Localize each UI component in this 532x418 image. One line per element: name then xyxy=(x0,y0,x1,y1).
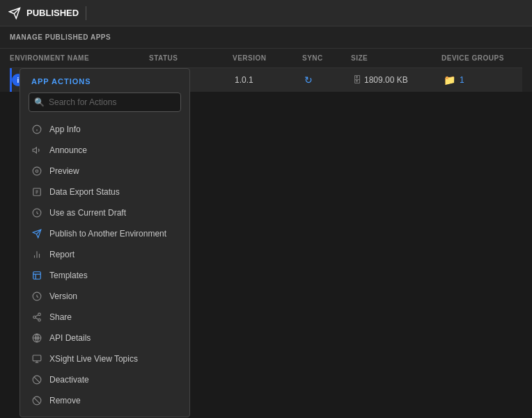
menu-item-xsight[interactable]: XSight Live View Topics xyxy=(20,348,189,369)
cell-size: 🗄 1809.00 KB xyxy=(353,75,444,85)
preview-icon xyxy=(31,166,42,177)
deactivate-icon xyxy=(31,374,42,385)
page-header: MANAGE PUBLISHED APPS xyxy=(0,26,532,49)
menu-label-version: Version xyxy=(49,291,77,301)
dropdown-title: APP ACTIONS xyxy=(20,77,189,93)
menu-label-announce: Announce xyxy=(49,145,87,155)
announce-icon xyxy=(31,145,42,156)
col-size: SIZE xyxy=(351,54,441,62)
page-title: MANAGE PUBLISHED APPS xyxy=(10,33,522,41)
svg-line-32 xyxy=(34,398,40,403)
table-header: ENVIRONMENT NAME STATUS VERSION SYNC SIZ… xyxy=(10,49,522,68)
search-box: 🔍 xyxy=(29,93,181,112)
col-env-name: ENVIRONMENT NAME xyxy=(10,54,149,62)
menu-label-xsight: XSight Live View Topics xyxy=(49,354,138,364)
app-logo: PUBLISHED xyxy=(8,7,79,19)
menu-label-report: Report xyxy=(49,250,75,259)
app-info-icon xyxy=(31,124,42,135)
menu-item-deactivate[interactable]: Deactivate xyxy=(20,369,189,390)
svg-point-7 xyxy=(36,170,38,172)
menu-item-preview[interactable]: Preview xyxy=(20,161,189,182)
publish-icon xyxy=(31,228,42,239)
version-label: 1.0.1 xyxy=(235,75,253,85)
menu-item-data-export[interactable]: Data Export Status xyxy=(20,182,189,202)
svg-line-30 xyxy=(34,377,40,383)
menu-item-share[interactable]: Share xyxy=(20,307,189,328)
menu-item-api[interactable]: API Details xyxy=(20,328,189,348)
menu-item-publish[interactable]: Publish to Another Environment xyxy=(20,223,189,244)
share-icon xyxy=(31,312,42,323)
menu-label-remove: Remove xyxy=(49,396,81,405)
menu-label-share: Share xyxy=(49,312,72,322)
table-row-wrapper: i Production ✓ Active 1.0.1 ↻ 🗄 1809.00 … xyxy=(10,68,522,92)
topbar: PUBLISHED xyxy=(0,0,532,26)
menu-label-data-export: Data Export Status xyxy=(49,187,120,197)
svg-point-21 xyxy=(38,319,41,321)
menu-item-report[interactable]: Report xyxy=(20,244,189,265)
menu-item-templates[interactable]: Templates xyxy=(20,265,189,286)
col-device-groups: DEVICE GROUPS xyxy=(441,54,532,62)
folder-icon: 📁 xyxy=(444,74,455,86)
svg-point-20 xyxy=(33,316,36,319)
svg-marker-5 xyxy=(33,147,36,153)
device-groups-count[interactable]: 1 xyxy=(460,75,464,85)
version-icon xyxy=(31,291,42,302)
svg-point-6 xyxy=(33,167,41,175)
cell-version: 1.0.1 xyxy=(235,75,304,85)
col-version: VERSION xyxy=(233,54,302,62)
menu-label-draft: Use as Current Draft xyxy=(49,208,126,218)
menu-item-version[interactable]: Version xyxy=(20,286,189,307)
data-export-icon xyxy=(31,186,42,198)
cell-sync: ↻ xyxy=(304,74,353,86)
app-actions-dropdown: APP ACTIONS 🔍 App Info Announce xyxy=(19,68,190,417)
menu-label-publish: Publish to Another Environment xyxy=(49,229,166,239)
api-icon xyxy=(31,332,42,344)
templates-icon xyxy=(31,270,42,281)
menu-item-announce[interactable]: Announce xyxy=(20,140,189,161)
remove-icon xyxy=(31,395,42,406)
sync-icon[interactable]: ↻ xyxy=(304,74,313,86)
cell-device-groups: 📁 1 xyxy=(444,74,532,86)
menu-label-api: API Details xyxy=(49,333,91,343)
database-icon: 🗄 xyxy=(353,75,361,85)
search-icon: 🔍 xyxy=(34,97,45,107)
svg-line-23 xyxy=(36,315,38,316)
svg-rect-15 xyxy=(33,272,41,280)
menu-label-preview: Preview xyxy=(49,166,79,176)
xsight-icon xyxy=(31,353,42,364)
send-icon xyxy=(8,7,21,19)
menu-item-remove[interactable]: Remove xyxy=(20,390,189,411)
col-status: STATUS xyxy=(149,54,233,62)
topbar-divider xyxy=(86,6,86,20)
search-actions-input[interactable] xyxy=(29,93,181,112)
svg-rect-26 xyxy=(33,355,41,361)
table-container: ENVIRONMENT NAME STATUS VERSION SYNC SIZ… xyxy=(0,49,532,92)
menu-item-app-info[interactable]: App Info xyxy=(20,119,189,140)
menu-label-deactivate: Deactivate xyxy=(49,375,89,385)
report-icon xyxy=(31,249,42,260)
app-title: PUBLISHED xyxy=(26,8,79,18)
menu-label-templates: Templates xyxy=(49,271,88,280)
col-sync: SYNC xyxy=(302,54,351,62)
menu-label-app-info: App Info xyxy=(49,124,81,134)
size-label: 1809.00 KB xyxy=(364,75,408,85)
svg-point-19 xyxy=(38,313,41,316)
menu-item-use-draft[interactable]: Use as Current Draft xyxy=(20,202,189,223)
draft-icon xyxy=(31,207,42,218)
svg-line-22 xyxy=(36,318,38,319)
